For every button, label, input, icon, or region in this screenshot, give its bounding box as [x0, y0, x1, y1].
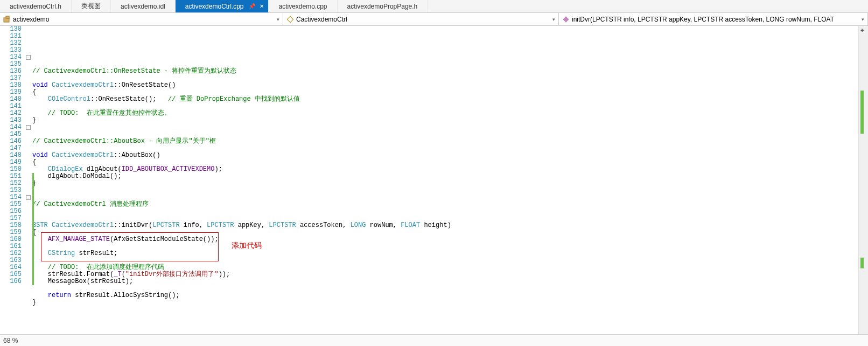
code-line[interactable]: AFX_MANAGE_STATE(AfxGetStaticModuleState…	[32, 236, 858, 243]
code-line[interactable]: // CactivexdemoCtrl::AboutBox - 向用户显示"关于…	[32, 138, 858, 145]
code-line[interactable]: }	[32, 180, 858, 187]
scope-dropdown[interactable]: activexdemo ▾	[0, 13, 283, 25]
code-line[interactable]	[32, 306, 858, 313]
svg-rect-3	[563, 16, 569, 22]
code-line[interactable]: void CactivexdemoCtrl::AboutBox()	[32, 152, 858, 159]
outline-toggle[interactable]: -	[26, 125, 31, 130]
outline-toggle[interactable]: -	[26, 195, 31, 200]
scroll-change-marker	[860, 258, 864, 268]
chevron-down-icon: ▾	[862, 17, 864, 22]
file-tab[interactable]: 类视图	[72, 0, 111, 12]
code-line[interactable]	[32, 243, 858, 250]
code-line[interactable]: BSTR CactivexdemoCtrl::initDvr(LPCTSTR i…	[32, 222, 858, 229]
code-line[interactable]: MessageBox(strResult);	[32, 278, 858, 285]
code-line[interactable]: }	[32, 299, 858, 306]
code-line[interactable]: return strResult.AllocSysString();	[32, 292, 858, 299]
function-dropdown[interactable]: initDvr(LPCTSTR info, LPCTSTR appKey, LP…	[559, 13, 868, 25]
close-icon[interactable]: ✕	[260, 3, 264, 9]
code-line[interactable]: CString strResult;	[32, 250, 858, 257]
code-line[interactable]	[32, 194, 858, 201]
annotation-label: 添加代码	[232, 242, 262, 249]
code-line[interactable]: strResult.Format(_T("initDvr外部接口方法调用了"))…	[32, 271, 858, 278]
tab-label: activexdemo.idl	[121, 3, 165, 10]
file-tab[interactable]: activexdemoCtrl.cpp📌✕	[176, 0, 269, 12]
code-line[interactable]	[32, 124, 858, 131]
scroll-change-marker	[860, 91, 864, 134]
class-icon	[286, 16, 294, 23]
code-line[interactable]	[32, 54, 858, 61]
file-tab[interactable]: activexdemoPropPage.h	[338, 0, 428, 12]
code-line[interactable]: // TODO: 在此重置任意其他控件状态。	[32, 110, 858, 117]
class-label: CactivexdemoCtrl	[296, 16, 347, 23]
tab-label: activexdemoCtrl.cpp	[185, 3, 244, 10]
scope-label: activexdemo	[13, 16, 49, 23]
file-tab[interactable]: activexdemo.idl	[111, 0, 176, 12]
code-line[interactable]: }	[32, 117, 858, 124]
outline-toggle[interactable]: -	[26, 55, 31, 60]
class-dropdown[interactable]: CactivexdemoCtrl ▾	[283, 13, 559, 25]
pin-icon[interactable]: 📌	[249, 3, 255, 9]
code-line[interactable]	[32, 208, 858, 215]
outline-column: ---	[26, 26, 32, 334]
change-marker	[32, 173, 34, 285]
chevron-down-icon: ▾	[277, 17, 279, 22]
file-tab[interactable]: activexdemo.cpp	[269, 0, 337, 12]
zoom-level[interactable]: 68 %	[3, 337, 18, 344]
code-editor[interactable]: 1301311321331341351361371381391401411421…	[0, 26, 868, 334]
editor-tab-bar: activexdemoCtrl.h类视图activexdemo.idlactiv…	[0, 0, 868, 13]
code-line[interactable]	[32, 187, 858, 194]
file-tab[interactable]: activexdemoCtrl.h	[0, 0, 72, 12]
code-line[interactable]: // CactivexdemoCtrl::OnResetState - 将控件重…	[32, 68, 858, 75]
code-area[interactable]: 添加代码 // CactivexdemoCtrl::OnResetState -…	[32, 26, 858, 334]
tab-label: activexdemo.cpp	[278, 3, 327, 10]
method-icon	[562, 16, 570, 23]
svg-rect-1	[6, 16, 9, 18]
split-icon[interactable]: ✚	[860, 27, 864, 34]
function-label: initDvr(LPCTSTR info, LPCTSTR appKey, LP…	[572, 16, 834, 23]
code-line[interactable]: COleControl::OnResetState(); // 重置 DoPro…	[32, 96, 858, 103]
tab-label: activexdemoCtrl.h	[10, 3, 61, 10]
line-number-gutter: 1301311321331341351361371381391401411421…	[0, 26, 26, 334]
code-line[interactable]: void CactivexdemoCtrl::OnResetState()	[32, 82, 858, 89]
svg-rect-2	[287, 16, 293, 22]
code-line[interactable]: // CactivexdemoCtrl 消息处理程序	[32, 201, 858, 208]
status-bar: 68 %	[0, 334, 868, 346]
chevron-down-icon: ▾	[552, 17, 555, 22]
code-line[interactable]: CDialogEx dlgAbout(IDD_ABOUTBOX_ACTIVEXD…	[32, 166, 858, 173]
tab-label: 类视图	[81, 2, 101, 11]
tab-label: activexdemoPropPage.h	[347, 3, 418, 10]
scope-icon	[3, 16, 11, 23]
navigation-bar: activexdemo ▾ CactivexdemoCtrl ▾ initDvr…	[0, 13, 868, 26]
line-number: 166	[0, 278, 22, 285]
code-line[interactable]: dlgAbout.DoModal();	[32, 173, 858, 180]
vertical-scrollbar[interactable]: ✚	[858, 26, 868, 334]
